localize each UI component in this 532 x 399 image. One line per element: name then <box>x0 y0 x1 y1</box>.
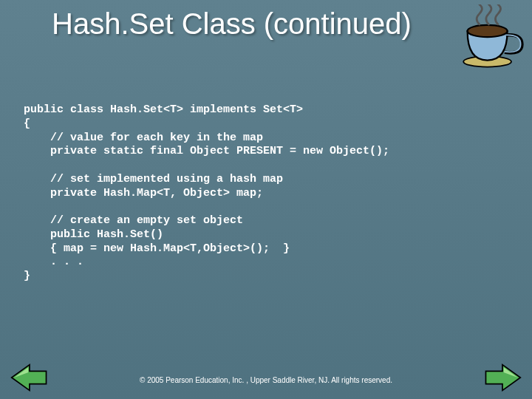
coffee-cup-icon <box>458 4 525 71</box>
copyright-footer: © 2005 Pearson Education, Inc. , Upper S… <box>0 376 532 384</box>
svg-point-1 <box>468 25 508 37</box>
slide: Hash.Set Class (continued) public class … <box>0 0 532 399</box>
slide-title: Hash.Set Class (continued) <box>52 7 451 41</box>
next-arrow-icon[interactable] <box>483 362 522 393</box>
svg-marker-2 <box>12 365 47 391</box>
svg-marker-4 <box>485 365 520 391</box>
code-listing: public class Hash.Set<T> implements Set<… <box>24 103 508 284</box>
prev-arrow-icon[interactable] <box>10 362 49 393</box>
